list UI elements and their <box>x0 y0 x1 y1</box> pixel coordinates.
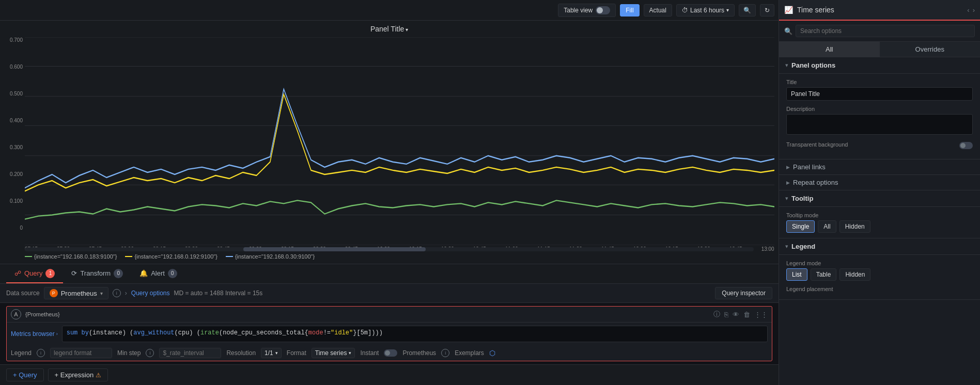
instant-toggle[interactable] <box>384 349 397 357</box>
datasource-select[interactable]: P Prometheus ▾ <box>44 287 108 299</box>
panel-header-chevron-right[interactable]: › <box>973 6 975 14</box>
format-select[interactable]: Time series ▾ <box>312 348 355 358</box>
metrics-browser-button[interactable]: Metrics browser › <box>11 330 58 338</box>
query-prometheus-label: {Prometheus} <box>25 311 60 317</box>
exemplars-label: Exemplars <box>455 349 484 357</box>
panel-options-section: Panel options Title Description Transpar… <box>779 57 980 190</box>
query-info-icon[interactable]: ⓘ <box>713 310 720 319</box>
legend-hidden-btn[interactable]: Hidden <box>839 268 870 281</box>
transparent-bg-toggle[interactable] <box>959 142 973 149</box>
panel-type-label: Time series <box>797 6 834 14</box>
table-view-switch[interactable] <box>596 6 610 14</box>
add-query-button[interactable]: + Query <box>6 368 44 381</box>
legend-list-btn[interactable]: List <box>786 268 807 281</box>
legend-item-green[interactable]: {instance="192.168.0.183:9100"} <box>25 253 117 260</box>
legend-placement-label: Legend placement <box>786 286 973 292</box>
format-chevron: ▾ <box>349 350 351 356</box>
query-letter: A <box>11 309 21 319</box>
panel-title[interactable]: Panel Title <box>0 21 779 35</box>
alert-icon: 🔔 <box>139 269 148 277</box>
legend-input[interactable] <box>50 348 112 358</box>
resolution-select[interactable]: 1/1 ▾ <box>261 348 282 358</box>
tab-transform[interactable]: ⟳ Transform 0 <box>63 265 131 283</box>
panel-options-chevron <box>785 62 788 69</box>
description-textarea[interactable] <box>786 114 973 135</box>
tab-alert-label: Alert <box>151 269 165 277</box>
options-tabs: All Overrides <box>779 42 980 57</box>
tab-transform-badge: 0 <box>114 269 123 278</box>
repeat-options-collapsible[interactable]: Repeat options <box>779 175 980 190</box>
ds-info-icon[interactable]: i <box>441 349 449 357</box>
legend-label-green: {instance="192.168.0.183:9100"} <box>34 253 117 260</box>
zoom-in-button[interactable]: 🔍 <box>739 4 756 17</box>
legend-label-blue: {instance="192.168.0.30:9100"} <box>235 253 315 260</box>
refresh-button[interactable]: ↻ <box>760 4 774 17</box>
query-eye-icon[interactable]: 👁 <box>733 311 739 318</box>
repeat-options-chevron <box>786 180 790 185</box>
legend-color-blue <box>226 256 233 257</box>
metrics-browser-arrow: › <box>56 331 58 336</box>
chart-scrollbar-thumb[interactable] <box>243 247 426 251</box>
query-tabs: ☍ Query 1 ⟳ Transform 0 🔔 Alert 0 <box>0 264 779 284</box>
legend-color-green <box>25 256 32 257</box>
transparent-bg-row: Transparent background <box>786 141 973 150</box>
title-input[interactable] <box>786 87 973 101</box>
time-range-picker[interactable]: ⏱ Last 6 hours ▾ <box>676 4 735 17</box>
tooltip-hidden-btn[interactable]: Hidden <box>839 220 870 233</box>
min-step-input[interactable] <box>159 348 221 358</box>
chart-container: 0.700 0.600 0.500 0.400 0.300 0.200 0.10… <box>0 35 779 247</box>
query-icon: ☍ <box>14 269 21 277</box>
title-field-label: Title <box>786 79 973 85</box>
legend-section: Legend Legend mode List Table Hidden Leg… <box>779 238 980 300</box>
instant-label: Instant <box>360 349 379 357</box>
options-tab-all[interactable]: All <box>779 42 880 57</box>
tooltip-header[interactable]: Tooltip <box>779 190 980 207</box>
panel-options-body: Title Description Transparent background <box>779 74 980 159</box>
bottom-bar: + Query + Expression ⚠ <box>0 364 779 385</box>
query-drag-icon[interactable]: ⋮⋮ <box>754 311 768 318</box>
tab-alert[interactable]: 🔔 Alert 0 <box>131 265 185 283</box>
legend-header[interactable]: Legend <box>779 238 980 255</box>
legend-item-blue[interactable]: {instance="192.168.0.30:9100"} <box>226 253 315 260</box>
tooltip-chevron <box>785 195 788 202</box>
query-block-a: A {Prometheus} ⓘ ⎘ 👁 🗑 ⋮⋮ Metrics browse… <box>6 306 772 361</box>
query-options-link[interactable]: Query options <box>131 290 170 297</box>
tooltip-all-btn[interactable]: All <box>818 220 836 233</box>
panel-links-collapsible[interactable]: Panel links <box>779 159 980 175</box>
legend-info-icon[interactable]: i <box>37 349 45 357</box>
panel-header-chevron-left[interactable]: ‹ <box>967 6 969 14</box>
search-options-input[interactable] <box>796 25 975 37</box>
actual-button[interactable]: Actual <box>644 4 672 17</box>
clock-icon: ⏱ <box>682 7 688 14</box>
chart-svg <box>25 37 774 245</box>
top-toolbar: Table view Fill Actual ⏱ Last 6 hours ▾ … <box>0 0 779 21</box>
query-icons: ⓘ ⎘ 👁 🗑 ⋮⋮ <box>713 310 768 319</box>
tab-query[interactable]: ☍ Query 1 <box>6 265 63 283</box>
right-panel: 📈 Time series ‹ › 🔍 All Overrides Panel … <box>779 0 980 385</box>
warning-icon: ⚠ <box>96 372 101 379</box>
query-delete-icon[interactable]: 🗑 <box>743 311 750 318</box>
legend-label-yellow: {instance="192.168.0.192:9100"} <box>134 253 217 260</box>
add-expression-button[interactable]: + Expression ⚠ <box>48 368 108 381</box>
legend-title: Legend <box>791 243 815 250</box>
format-label: Format <box>287 349 306 357</box>
query-input[interactable]: sum by(instance) (avg_without(cpu) (irat… <box>62 326 768 342</box>
transparent-bg-label: Transparent background <box>786 141 848 148</box>
options-tab-overrides[interactable]: Overrides <box>880 42 981 57</box>
legend-table-btn[interactable]: Table <box>811 268 837 281</box>
query-block-header: A {Prometheus} ⓘ ⎘ 👁 🗑 ⋮⋮ <box>7 307 772 323</box>
panel-links-chevron <box>786 164 790 170</box>
min-step-info-icon[interactable]: i <box>146 349 154 357</box>
panel-options-header[interactable]: Panel options <box>779 57 980 74</box>
table-view-toggle[interactable]: Table view <box>558 4 616 17</box>
query-inspector-button[interactable]: Query inspector <box>715 287 772 299</box>
fill-button[interactable]: Fill <box>620 4 639 17</box>
tooltip-single-btn[interactable]: Single <box>786 220 815 233</box>
datasource-bar: Data source P Prometheus ▾ i › Query opt… <box>0 284 779 303</box>
transparent-bg-knob <box>960 143 966 148</box>
legend-item-yellow[interactable]: {instance="192.168.0.192:9100"} <box>125 253 217 260</box>
datasource-info-icon[interactable]: i <box>113 289 121 297</box>
query-copy-icon[interactable]: ⎘ <box>724 311 728 318</box>
repeat-options-label: Repeat options <box>793 179 838 186</box>
chart-scrollbar[interactable] <box>25 247 754 251</box>
